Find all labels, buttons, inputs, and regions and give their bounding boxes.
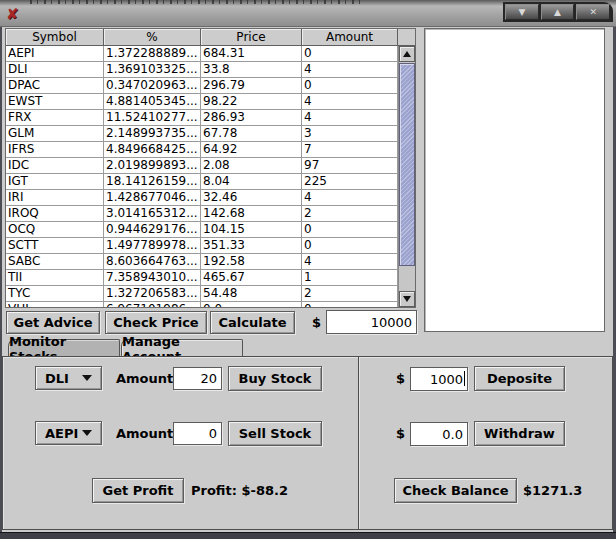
table-cell[interactable]: IDC [6, 158, 104, 174]
table-row[interactable]: SABC8.603664763...192.584 [6, 254, 398, 270]
tab-manage-account[interactable]: Manage Account [121, 339, 243, 357]
table-cell[interactable]: 32.46 [201, 190, 302, 206]
table-cell[interactable]: IFRS [6, 142, 104, 158]
table-cell[interactable]: 351.33 [201, 238, 302, 254]
table-cell[interactable]: 2 [302, 286, 398, 302]
table-cell[interactable]: 286.93 [201, 110, 302, 126]
table-cell[interactable]: 18.14126159... [104, 174, 201, 190]
withdraw-button[interactable]: Withdraw [474, 421, 565, 446]
table-cell[interactable]: VHI [6, 302, 104, 307]
table-row[interactable]: AEPI1.372288889...684.310 [6, 46, 398, 62]
table-row[interactable]: FRX11.52410277...286.934 [6, 110, 398, 126]
table-cell[interactable]: 97 [302, 158, 398, 174]
table-cell[interactable]: 3 [302, 126, 398, 142]
table-cell[interactable]: AEPI [6, 46, 104, 62]
table-cell[interactable]: 0 [302, 46, 398, 62]
table-row[interactable]: IROQ3.014165312...142.682 [6, 206, 398, 222]
table-cell[interactable]: 1.327206583... [104, 286, 201, 302]
table-row[interactable]: DLI1.369103325...33.84 [6, 62, 398, 78]
table-cell[interactable]: 1.372288889... [104, 46, 201, 62]
table-row[interactable]: VHI6.967101986...0.00 [6, 302, 398, 307]
table-cell[interactable]: 1.497789978... [104, 238, 201, 254]
buy-symbol-select[interactable]: DLI [35, 366, 102, 390]
table-cell[interactable]: 0 [302, 238, 398, 254]
table-cell[interactable]: TYC [6, 286, 104, 302]
withdraw-input[interactable] [410, 422, 468, 446]
table-cell[interactable]: TII [6, 270, 104, 286]
table-row[interactable]: IFRS4.849668425...64.927 [6, 142, 398, 158]
table-cell[interactable]: 4 [302, 190, 398, 206]
table-cell[interactable]: 67.78 [201, 126, 302, 142]
column-header-percent[interactable]: % [104, 29, 201, 46]
table-cell[interactable]: 98.22 [201, 94, 302, 110]
table-cell[interactable]: 1.428677046... [104, 190, 201, 206]
table-row[interactable]: EWST4.881405345...98.224 [6, 94, 398, 110]
table-cell[interactable]: 4 [302, 62, 398, 78]
window-menu-icon[interactable]: ✘ [6, 6, 19, 22]
minimize-button[interactable]: ▼ [505, 4, 539, 20]
table-cell[interactable]: 7.358943010... [104, 270, 201, 286]
table-cell[interactable]: 142.68 [201, 206, 302, 222]
table-cell[interactable]: DPAC [6, 78, 104, 94]
table-cell[interactable]: 1.369103325... [104, 62, 201, 78]
close-button[interactable]: ✕ [576, 4, 610, 20]
table-cell[interactable]: DLI [6, 62, 104, 78]
table-cell[interactable]: 0 [302, 78, 398, 94]
check-price-button[interactable]: Check Price [105, 311, 207, 334]
table-cell[interactable]: 4.849668425... [104, 142, 201, 158]
table-row[interactable]: IGT18.14126159...8.04225 [6, 174, 398, 190]
deposite-button[interactable]: Deposite [474, 366, 565, 391]
column-header-price[interactable]: Price [201, 29, 302, 46]
table-cell[interactable]: 2 [302, 206, 398, 222]
scroll-up-button[interactable] [399, 46, 415, 62]
table-cell[interactable]: GLM [6, 126, 104, 142]
table-row[interactable]: TII7.358943010...465.671 [6, 270, 398, 286]
table-cell[interactable]: 225 [302, 174, 398, 190]
table-cell[interactable]: 7 [302, 142, 398, 158]
get-profit-button[interactable]: Get Profit [92, 478, 184, 503]
table-cell[interactable]: 296.79 [201, 78, 302, 94]
table-cell[interactable]: IRI [6, 190, 104, 206]
table-cell[interactable]: EWST [6, 94, 104, 110]
table-cell[interactable]: 465.67 [201, 270, 302, 286]
table-row[interactable]: IRI1.428677046...32.464 [6, 190, 398, 206]
table-row[interactable]: DPAC0.347020963...296.790 [6, 78, 398, 94]
table-cell[interactable]: 3.014165312... [104, 206, 201, 222]
vertical-scrollbar[interactable] [398, 46, 415, 307]
advice-output-area[interactable] [424, 28, 605, 332]
table-cell[interactable]: 0 [302, 222, 398, 238]
table-cell[interactable]: 33.8 [201, 62, 302, 78]
scroll-down-button[interactable] [399, 291, 415, 307]
table-cell[interactable]: SABC [6, 254, 104, 270]
table-cell[interactable]: 0.944629176... [104, 222, 201, 238]
table-cell[interactable]: 64.92 [201, 142, 302, 158]
table-cell[interactable]: 192.58 [201, 254, 302, 270]
sell-stock-button[interactable]: Sell Stock [228, 421, 322, 446]
buy-stock-button[interactable]: Buy Stock [228, 366, 322, 391]
column-header-amount[interactable]: Amount [302, 29, 398, 46]
table-cell[interactable]: 2.148993735... [104, 126, 201, 142]
table-cell[interactable]: 0.0 [201, 302, 302, 307]
table-cell[interactable]: SCTT [6, 238, 104, 254]
table-cell[interactable]: IROQ [6, 206, 104, 222]
cash-input[interactable] [326, 310, 417, 334]
check-balance-button[interactable]: Check Balance [394, 478, 517, 503]
get-advice-button[interactable]: Get Advice [6, 311, 100, 334]
table-cell[interactable]: 8.04 [201, 174, 302, 190]
calculate-button[interactable]: Calculate [210, 311, 295, 334]
table-cell[interactable]: 6.967101986... [104, 302, 201, 307]
sell-amount-input[interactable] [173, 422, 222, 445]
table-cell[interactable]: 0 [302, 302, 398, 307]
table-cell[interactable]: 104.15 [201, 222, 302, 238]
table-row[interactable]: SCTT1.497789978...351.330 [6, 238, 398, 254]
table-cell[interactable]: 684.31 [201, 46, 302, 62]
table-cell[interactable]: 2.019899893... [104, 158, 201, 174]
buy-amount-input[interactable] [173, 367, 222, 390]
table-cell[interactable]: 0.347020963... [104, 78, 201, 94]
table-cell[interactable]: 8.603664763... [104, 254, 201, 270]
scrollbar-thumb[interactable] [399, 63, 415, 266]
table-row[interactable]: OCQ0.944629176...104.150 [6, 222, 398, 238]
table-row[interactable]: IDC2.019899893...2.0897 [6, 158, 398, 174]
tab-monitor-stocks[interactable]: Monitor Stocks [8, 339, 120, 357]
table-row[interactable]: GLM2.148993735...67.783 [6, 126, 398, 142]
